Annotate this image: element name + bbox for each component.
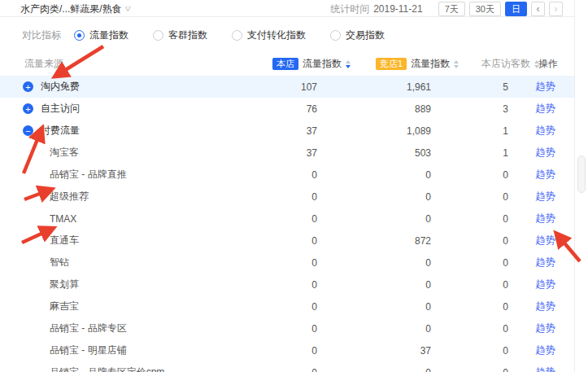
page-scrollbar-thumb[interactable] [577, 155, 586, 193]
radio-conversion-index[interactable]: 支付转化指数 [232, 28, 306, 42]
trend-link[interactable]: 趋势 [536, 168, 555, 180]
range-day-button[interactable]: 日 [505, 2, 527, 16]
trend-link[interactable]: 趋势 [536, 212, 555, 224]
traffic-source-cell: 品销宝 - 品牌专区 [0, 322, 277, 335]
traffic-source-cell: +自主访问 [0, 102, 277, 116]
self-visitors-value: 5 [431, 81, 508, 93]
table-row: 直通车08720趋势 [0, 230, 574, 252]
self-visitors-value: 0 [431, 191, 508, 203]
table-row: 聚划算000趋势 [0, 274, 574, 295]
table-row: 品销宝 - 品牌专区000趋势 [0, 317, 574, 339]
topbar: 水产肉类/...鲜蔬果/熟食 ▽ 统计时间 2019-11-21 7天 30天 … [0, 0, 574, 17]
self-visitors-value: 0 [431, 345, 508, 357]
rival-index-value: 889 [317, 103, 431, 115]
self-visitors-value: 1 [431, 147, 508, 159]
radio-icon [330, 30, 341, 41]
table-row: −付费流量371,0891趋势 [0, 120, 574, 142]
trend-link[interactable]: 趋势 [536, 81, 555, 92]
self-index-value: 0 [277, 367, 317, 372]
category-breadcrumb: 水产肉类/...鲜蔬果/熟食 [20, 2, 122, 16]
rival-store-badge: 竞店1 [376, 58, 407, 70]
self-index-value: 0 [277, 323, 317, 335]
radio-trade-index[interactable]: 交易指数 [330, 28, 385, 42]
traffic-source-label: 智钻 [50, 256, 69, 269]
self-index-value: 0 [277, 235, 317, 247]
self-visitors-value: 0 [431, 323, 508, 335]
trend-link[interactable]: 趋势 [536, 300, 555, 312]
traffic-source-label: 淘宝客 [50, 146, 79, 160]
traffic-source-cell: 品销宝 - 品牌直推 [0, 168, 277, 182]
table-row: TMAX000趋势 [0, 208, 574, 230]
traffic-source-cell: −付费流量 [0, 124, 277, 138]
col-action: 操作 [538, 57, 558, 71]
radio-customer-index[interactable]: 客群指数 [153, 28, 207, 42]
category-selector[interactable]: 水产肉类/...鲜蔬果/熟食 ▽ [20, 2, 131, 16]
trend-link[interactable]: 趋势 [536, 190, 555, 202]
rival-index-value: 0 [317, 191, 431, 203]
traffic-source-label: 自主访问 [41, 102, 80, 116]
range-7d-button[interactable]: 7天 [438, 2, 465, 16]
radio-traffic-index[interactable]: 流量指数 [74, 28, 128, 42]
traffic-source-cell: 直通车 [0, 234, 277, 247]
expand-plus-icon[interactable]: + [23, 81, 33, 92]
sort-rival-index[interactable] [454, 60, 459, 68]
traffic-source-label: 直通车 [50, 234, 79, 247]
traffic-source-cell: 品销宝 - 明星店铺 [0, 344, 277, 357]
stat-time-value: 2019-11-21 [373, 3, 423, 15]
compare-metric-row: 对比指标 流量指数 客群指数 支付转化指数 交易指数 [22, 28, 588, 42]
self-index-value: 37 [277, 125, 317, 137]
traffic-source-label: 聚划算 [50, 278, 79, 291]
rival-index-value: 1,089 [317, 125, 431, 137]
self-index-value: 0 [277, 191, 317, 203]
trend-link[interactable]: 趋势 [536, 278, 555, 290]
table-row: 智钻000趋势 [0, 252, 574, 274]
page-scrollbar-track[interactable] [574, 0, 588, 372]
trend-link[interactable]: 趋势 [536, 322, 555, 334]
traffic-source-label: 淘内免费 [41, 80, 80, 94]
trend-link[interactable]: 趋势 [536, 344, 555, 356]
trend-link[interactable]: 趋势 [536, 125, 555, 136]
self-index-value: 0 [277, 169, 317, 181]
self-index-value: 0 [277, 345, 317, 357]
radio-icon [232, 30, 242, 41]
trend-link[interactable]: 趋势 [536, 366, 555, 372]
collapse-minus-icon[interactable]: − [23, 125, 33, 136]
self-visitors-value: 0 [431, 235, 508, 247]
rival-index-value: 503 [317, 147, 431, 159]
self-index-value: 0 [277, 213, 317, 225]
trend-link[interactable]: 趋势 [536, 234, 555, 246]
rival-index-value: 872 [317, 235, 431, 247]
rival-index-value: 0 [317, 323, 431, 335]
traffic-source-cell: 淘宝客 [0, 146, 277, 160]
self-index-value: 0 [277, 279, 317, 291]
rival-index-value: 1,961 [317, 81, 431, 93]
self-index-value: 0 [277, 257, 317, 269]
radio-icon [74, 30, 85, 41]
trend-link[interactable]: 趋势 [536, 103, 555, 114]
traffic-source-label: 品销宝 - 品牌专区 [50, 322, 127, 335]
traffic-source-cell: 品销宝 - 品牌专区定价cpm [0, 365, 277, 372]
traffic-source-cell: +淘内免费 [0, 80, 277, 94]
next-day-button[interactable]: › [549, 2, 563, 16]
rival-index-value: 0 [317, 301, 431, 313]
self-visitors-value: 0 [431, 301, 508, 313]
range-30d-button[interactable]: 30天 [469, 2, 501, 16]
traffic-source-cell: 麻吉宝 [0, 300, 277, 313]
table-row: 品销宝 - 明星店铺0370趋势 [0, 339, 574, 361]
trend-link[interactable]: 趋势 [536, 147, 555, 158]
traffic-source-cell: TMAX [0, 213, 277, 225]
traffic-source-cell: 智钻 [0, 256, 277, 269]
rival-index-value: 0 [317, 257, 431, 269]
self-visitors-value: 3 [431, 103, 508, 115]
traffic-source-cell: 超级推荐 [0, 190, 277, 204]
traffic-source-label: 品销宝 - 品牌直推 [50, 168, 127, 182]
col-self-visitors: 本店访客数 [481, 57, 539, 71]
expand-plus-icon[interactable]: + [23, 103, 33, 114]
rival-index-value: 37 [317, 345, 431, 357]
self-index-value: 76 [277, 103, 317, 115]
chevron-down-icon: ▽ [125, 6, 131, 12]
sort-self-index[interactable] [346, 60, 351, 68]
prev-day-button[interactable]: ‹ [531, 2, 545, 16]
trend-link[interactable]: 趋势 [536, 256, 555, 268]
table-body: +淘内免费1071,9615趋势+自主访问768893趋势−付费流量371,08… [0, 76, 574, 372]
